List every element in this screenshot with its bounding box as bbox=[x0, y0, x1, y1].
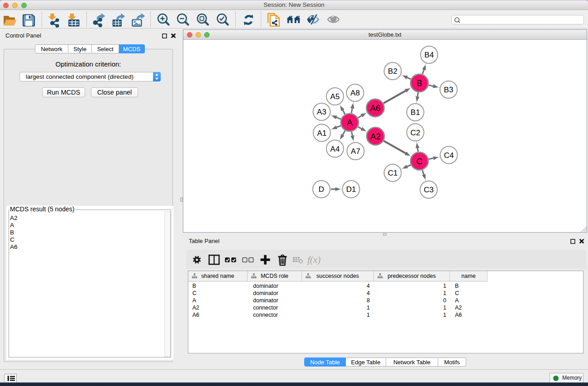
svg-text:B4: B4 bbox=[425, 51, 434, 59]
svg-text:A4: A4 bbox=[330, 145, 340, 153]
svg-text:A5: A5 bbox=[330, 92, 340, 101]
svg-text:A6: A6 bbox=[370, 103, 380, 113]
svg-text:B1: B1 bbox=[411, 108, 420, 117]
svg-text:A2: A2 bbox=[370, 132, 381, 141]
svg-text:B: B bbox=[416, 78, 422, 88]
svg-text:D1: D1 bbox=[346, 185, 356, 194]
svg-text:C2: C2 bbox=[411, 129, 421, 137]
svg-text:A: A bbox=[347, 118, 353, 127]
svg-text:C: C bbox=[416, 157, 423, 166]
svg-text:A8: A8 bbox=[350, 89, 360, 97]
svg-text:A3: A3 bbox=[317, 108, 326, 116]
svg-text:C1: C1 bbox=[388, 169, 398, 177]
svg-text:B3: B3 bbox=[444, 86, 454, 94]
svg-text:B2: B2 bbox=[388, 67, 397, 76]
svg-text:A7: A7 bbox=[351, 147, 360, 156]
svg-text:C4: C4 bbox=[444, 151, 454, 160]
svg-text:f(x): f(x) bbox=[307, 254, 320, 265]
svg-text:D: D bbox=[319, 185, 324, 194]
svg-text:A1: A1 bbox=[317, 129, 327, 138]
svg-text:C3: C3 bbox=[424, 186, 434, 194]
